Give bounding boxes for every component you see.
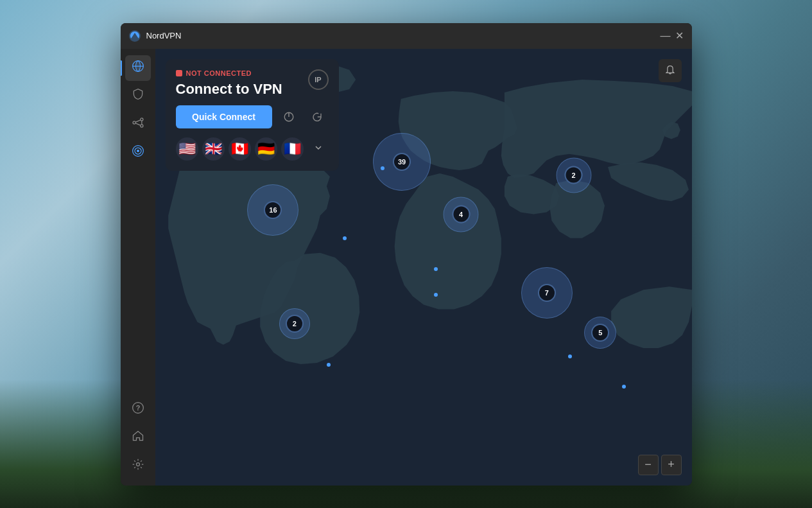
connection-panel: NOT CONNECTED Connect to VPN IP Quick Co… [166, 59, 339, 171]
quick-connect-row: Quick Connect [176, 105, 329, 128]
minimize-button[interactable]: — [661, 31, 670, 40]
map-dot-3 [343, 236, 347, 240]
notification-button[interactable] [659, 59, 682, 82]
ip-button[interactable]: IP [308, 69, 329, 90]
settings-icon [132, 458, 144, 474]
sidebar-item-settings[interactable] [125, 453, 151, 479]
svg-point-5 [133, 121, 135, 124]
main-content: ? [121, 49, 692, 486]
home-icon [132, 430, 144, 446]
status-text: NOT CONNECTED [186, 69, 252, 77]
title-bar: NordVPN — ✕ [121, 23, 692, 49]
power-button[interactable] [277, 105, 300, 128]
map-icon [132, 60, 144, 76]
expand-flags-button[interactable] [309, 139, 329, 159]
zoom-controls: − + [638, 455, 682, 475]
nordvpn-logo [128, 30, 141, 42]
flag-de[interactable]: 🇩🇪 [255, 137, 277, 161]
sidebar-item-help[interactable]: ? [125, 397, 151, 423]
zoom-out-button[interactable]: − [638, 455, 659, 475]
bubble-label-europe: 39 [393, 153, 411, 171]
flag-ca[interactable]: 🇨🇦 [229, 137, 251, 161]
map-dot-6 [568, 355, 572, 358]
sidebar: ? [121, 49, 155, 486]
svg-line-8 [135, 120, 141, 122]
bubble-europe[interactable]: 39 [373, 133, 431, 191]
refresh-button[interactable] [306, 105, 329, 128]
flag-fr[interactable]: 🇫🇷 [281, 137, 304, 161]
sidebar-item-map[interactable] [125, 55, 151, 81]
window-controls: — ✕ [661, 31, 684, 40]
flag-us[interactable]: 🇺🇸 [176, 137, 198, 161]
svg-point-13 [136, 150, 139, 152]
bubble-label-north-america: 16 [264, 201, 282, 219]
map-area: 39 3 16 4 7 2 2 5 [155, 49, 692, 486]
connect-title: Connect to VPN [176, 81, 329, 98]
flag-gb[interactable]: 🇬🇧 [202, 137, 225, 161]
bubble-australia[interactable]: 7 [521, 267, 573, 319]
map-dot-7 [622, 385, 626, 389]
shield-icon [132, 88, 144, 104]
target-icon [132, 145, 144, 161]
bubble-north-america[interactable]: 16 [247, 184, 298, 236]
sidebar-item-target[interactable] [125, 140, 151, 166]
bubble-label-south-america: 2 [286, 315, 304, 333]
bubble-label-asia-east: 2 [565, 166, 583, 184]
close-button[interactable]: ✕ [675, 31, 684, 40]
bubble-south-america[interactable]: 2 [279, 308, 310, 339]
status-badge: NOT CONNECTED [176, 69, 329, 77]
mesh-icon [132, 116, 144, 132]
bubble-asia-east[interactable]: 2 [556, 157, 591, 193]
bubble-label-middle-east: 4 [452, 206, 470, 223]
bubble-australia-south[interactable]: 5 [584, 317, 616, 349]
svg-point-7 [140, 125, 143, 127]
svg-text:?: ? [135, 404, 140, 412]
svg-point-6 [140, 118, 143, 121]
sidebar-item-home[interactable] [125, 425, 151, 451]
sidebar-item-shield[interactable] [125, 83, 151, 109]
svg-point-16 [136, 463, 139, 466]
map-dot-2 [434, 267, 438, 271]
flags-row: 🇺🇸 🇬🇧 🇨🇦 🇩🇪 🇫🇷 [176, 137, 329, 161]
app-title: NordVPN [146, 31, 661, 40]
quick-connect-button[interactable]: Quick Connect [176, 105, 272, 128]
zoom-in-button[interactable]: + [661, 455, 682, 475]
help-icon: ? [132, 401, 144, 417]
bubble-label-australia-south: 5 [591, 324, 609, 342]
status-dot [176, 70, 182, 76]
map-dot-1 [381, 166, 384, 170]
app-window: NordVPN — ✕ [121, 23, 692, 486]
bubble-label-australia: 7 [538, 284, 556, 302]
svg-line-9 [135, 123, 141, 125]
bubble-middle-east[interactable]: 4 [444, 197, 479, 232]
sidebar-item-mesh[interactable] [125, 112, 151, 137]
